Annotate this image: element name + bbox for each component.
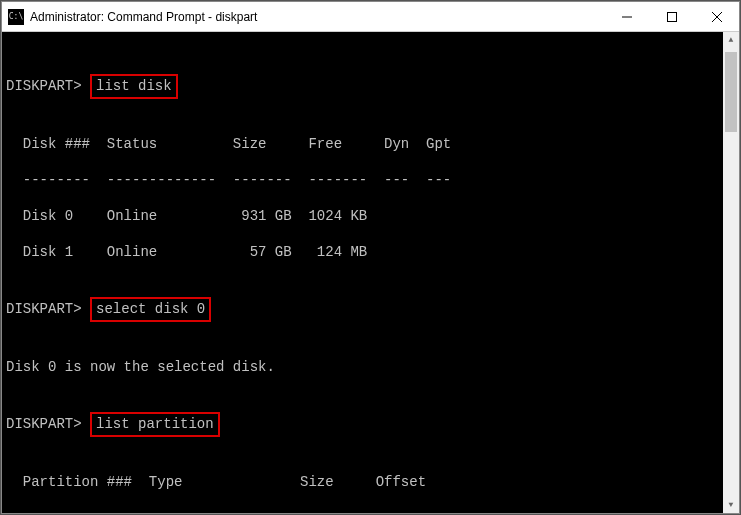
close-button[interactable]	[694, 2, 739, 31]
minimize-button[interactable]	[604, 2, 649, 31]
command-prompt-window: C:\ Administrator: Command Prompt - disk…	[1, 1, 740, 514]
table-row: Disk 1 Online 57 GB 124 MB	[6, 243, 735, 261]
maximize-icon	[667, 12, 677, 22]
cmd-list-disk: list disk	[90, 74, 178, 99]
vertical-scrollbar[interactable]: ▲ ▼	[723, 32, 739, 513]
titlebar[interactable]: C:\ Administrator: Command Prompt - disk…	[2, 2, 739, 32]
scrollbar-thumb[interactable]	[725, 52, 737, 132]
cmd-list-partition: list partition	[90, 412, 220, 437]
window-title: Administrator: Command Prompt - diskpart	[30, 10, 604, 24]
msg-disk-selected: Disk 0 is now the selected disk.	[6, 358, 735, 376]
partition-table-divider: ------------- ---------------- ------- -…	[6, 509, 735, 513]
scroll-up-icon[interactable]: ▲	[723, 32, 739, 48]
prompt-text: DISKPART>	[6, 416, 82, 432]
disk-table-divider: -------- ------------- ------- ------- -…	[6, 171, 735, 189]
prompt-text: DISKPART>	[6, 301, 82, 317]
scroll-down-icon[interactable]: ▼	[723, 497, 739, 513]
terminal-area[interactable]: DISKPART> list disk Disk ### Status Size…	[2, 32, 739, 513]
minimize-icon	[622, 12, 632, 22]
cmd-icon: C:\	[8, 9, 24, 25]
prompt-line-select-disk: DISKPART> select disk 0	[6, 297, 735, 322]
cmd-select-disk: select disk 0	[90, 297, 211, 322]
maximize-button[interactable]	[649, 2, 694, 31]
table-row: Disk 0 Online 931 GB 1024 KB	[6, 207, 735, 225]
partition-table-header: Partition ### Type Size Offset	[6, 473, 735, 491]
close-icon	[712, 12, 722, 22]
prompt-line-list-partition: DISKPART> list partition	[6, 412, 735, 437]
prompt-text: DISKPART>	[6, 78, 82, 94]
prompt-line-list-disk: DISKPART> list disk	[6, 74, 735, 99]
svg-rect-1	[667, 12, 676, 21]
disk-table-header: Disk ### Status Size Free Dyn Gpt	[6, 135, 735, 153]
window-controls	[604, 2, 739, 31]
